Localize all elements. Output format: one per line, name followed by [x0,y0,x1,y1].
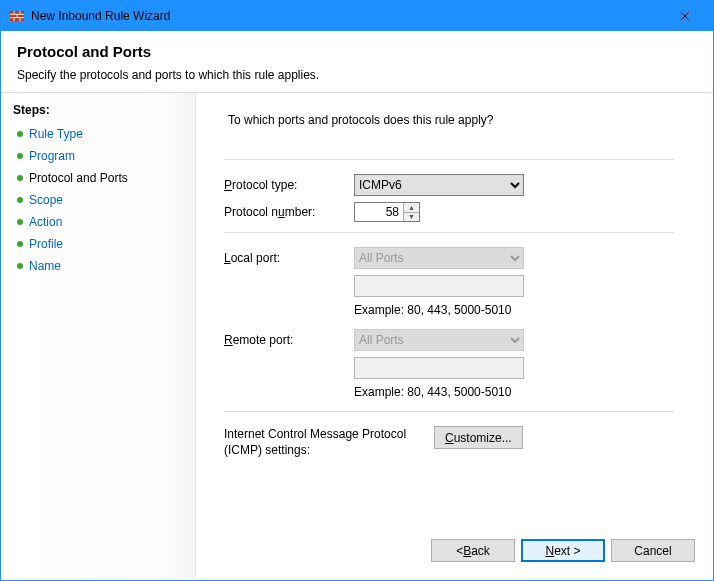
bullet-icon [17,241,23,247]
step-label: Program [29,149,75,163]
divider [224,232,674,233]
customize-button[interactable]: Customize... [434,426,523,449]
local-port-input [354,275,524,297]
row-protocol-number: Protocol number: ▲ ▼ [224,202,693,222]
step-rule-type[interactable]: Rule Type [1,123,195,145]
cancel-button[interactable]: Cancel [611,539,695,562]
row-remote-port: Remote port: All Ports [224,329,693,351]
remote-port-example: Example: 80, 443, 5000-5010 [354,385,693,399]
step-label: Scope [29,193,63,207]
remote-port-input [354,357,524,379]
wizard-content: To which ports and protocols does this r… [196,93,713,578]
step-label: Protocol and Ports [29,171,128,185]
page-title: Protocol and Ports [17,43,697,60]
local-port-select: All Ports [354,247,524,269]
step-profile[interactable]: Profile [1,233,195,255]
row-local-port: Local port: All Ports [224,247,693,269]
bullet-icon [17,197,23,203]
step-label: Rule Type [29,127,83,141]
divider [224,159,674,160]
title-bar: New Inbound Rule Wizard [1,1,713,31]
window-title: New Inbound Rule Wizard [31,9,663,23]
step-label: Name [29,259,61,273]
protocol-number-label: Protocol number: [224,205,354,219]
bullet-icon [17,219,23,225]
local-port-example: Example: 80, 443, 5000-5010 [354,303,693,317]
firewall-icon [9,8,25,24]
spinner-arrows[interactable]: ▲ ▼ [403,203,419,221]
row-protocol-type: Protocol type: ICMPv6 [224,174,693,196]
protocol-number-input[interactable] [355,203,403,221]
page-subtitle: Specify the protocols and ports to which… [17,68,697,82]
back-button[interactable]: < Back [431,539,515,562]
wizard-header: Protocol and Ports Specify the protocols… [1,31,713,93]
row-local-port-text [224,275,693,297]
wizard-footer: < Back Next > Cancel [431,539,695,562]
step-label: Profile [29,237,63,251]
divider [224,411,674,412]
protocol-type-label: Protocol type: [224,178,354,192]
spinner-up-icon[interactable]: ▲ [404,203,419,213]
step-program[interactable]: Program [1,145,195,167]
bullet-icon [17,263,23,269]
local-port-label: Local port: [224,251,354,265]
row-remote-port-text [224,357,693,379]
close-button[interactable] [663,1,707,31]
steps-sidebar: Steps: Rule Type Program Protocol and Po… [1,93,196,578]
remote-port-label: Remote port: [224,333,354,347]
step-name[interactable]: Name [1,255,195,277]
row-icmp-settings: Internet Control Message Protocol (ICMP)… [224,426,693,458]
wizard-body: Steps: Rule Type Program Protocol and Po… [1,93,713,578]
step-scope[interactable]: Scope [1,189,195,211]
remote-port-select: All Ports [354,329,524,351]
steps-heading: Steps: [1,101,195,123]
bullet-icon [17,131,23,137]
step-label: Action [29,215,62,229]
spinner-down-icon[interactable]: ▼ [404,213,419,222]
protocol-number-spinner[interactable]: ▲ ▼ [354,202,420,222]
icmp-settings-label: Internet Control Message Protocol (ICMP)… [224,426,424,458]
question-text: To which ports and protocols does this r… [224,109,693,149]
bullet-icon [17,175,23,181]
bullet-icon [17,153,23,159]
step-protocol-and-ports[interactable]: Protocol and Ports [1,167,195,189]
next-button[interactable]: Next > [521,539,605,562]
step-action[interactable]: Action [1,211,195,233]
protocol-type-select[interactable]: ICMPv6 [354,174,524,196]
